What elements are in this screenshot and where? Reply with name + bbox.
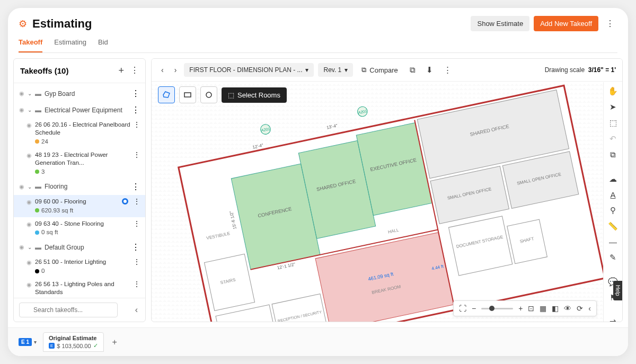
line-icon[interactable]: — [607, 237, 620, 246]
more-icon[interactable]: ⋮ [131, 182, 140, 192]
visibility-icon[interactable]: 👁 [564, 304, 571, 313]
sheet-dropdown[interactable]: FIRST FLOOR - DIMENSION PLAN - ... ▾ [184, 63, 314, 77]
fullscreen-icon[interactable]: ⛶ [459, 304, 466, 313]
takeoff-item[interactable]: ◉26 56 13 - Lighting Poles and Standards… [14, 278, 145, 298]
more-icon[interactable]: ⋮ [603, 15, 617, 32]
estimate-tab[interactable]: Original Estimate E $ 103,500.00 ✓ [43, 332, 104, 352]
chevron-down-icon[interactable]: ⌄ [28, 184, 32, 190]
visibility-icon[interactable]: ◉ [26, 152, 32, 159]
more-icon[interactable]: ⋮ [130, 65, 139, 76]
scale-label: Drawing scale [545, 66, 585, 74]
zoom-in-icon[interactable]: + [518, 304, 523, 313]
color-dot [35, 230, 39, 235]
more-icon[interactable]: ⋮ [131, 242, 140, 252]
takeoff-item[interactable]: ◉ 26 06 20.16 - Electrical Panelboard Sc… [14, 118, 145, 148]
select-rooms-button[interactable]: ⬚ Select Rooms [222, 87, 287, 103]
tree-group[interactable]: ◉ ⌄ ▬ Electrical Power Equipment ⋮ [14, 102, 145, 118]
check-icon: ✓ [93, 342, 98, 349]
search-input[interactable] [19, 303, 118, 317]
visibility-icon[interactable]: ◉ [26, 221, 32, 228]
help-tab[interactable]: Help [613, 281, 622, 300]
chevron-down-icon[interactable]: ⌄ [28, 244, 32, 250]
floorplan-canvas[interactable]: CONFERENCE SHARED OFFICE EXECUTIVE OFFIC… [152, 82, 622, 322]
more-icon[interactable]: ⋮ [134, 151, 140, 158]
item-title: 26 51 00 - Interior Lighting [35, 258, 106, 266]
marquee-icon[interactable]: ⬚ [607, 118, 620, 128]
footer: E 1 ▾ Original Estimate E $ 103,500.00 ✓… [8, 327, 628, 356]
cloud-icon[interactable]: ☁ [607, 174, 620, 184]
zoom-slider[interactable] [481, 308, 513, 309]
visibility-icon[interactable]: ◉ [19, 183, 24, 190]
more-icon[interactable]: ⋮ [134, 198, 140, 205]
visibility-icon[interactable]: ◉ [26, 122, 32, 129]
compare-button[interactable]: ⧉ Compare [357, 64, 402, 76]
compare-icon: ⧉ [361, 66, 366, 74]
visibility-icon[interactable]: ◉ [26, 199, 32, 206]
sidebar-title: Takeoffs (10) [20, 66, 68, 75]
tree-group[interactable]: ◉ ⌄ ▬ Gyp Board ⋮ [14, 85, 145, 102]
polygon-tool-button[interactable] [158, 86, 175, 103]
tree-group[interactable]: ◉ ⌄ ▬ Flooring ⋮ [14, 179, 145, 195]
item-title: 26 06 20.16 - Electrical Panelboard Sche… [35, 121, 134, 137]
more-icon[interactable]: ⋮ [134, 220, 140, 227]
undo-icon[interactable]: ↶ [607, 134, 620, 144]
prev-sheet-icon[interactable]: ‹ [158, 64, 167, 76]
revision-dropdown[interactable]: Rev. 1 ▾ [318, 63, 353, 77]
swap-icon[interactable]: ⇄ [607, 317, 620, 322]
group-label: Electrical Power Equipment [45, 106, 122, 114]
text-icon[interactable]: A [607, 190, 620, 199]
copy-icon[interactable]: ⧉ [607, 150, 620, 159]
add-icon[interactable]: + [118, 65, 124, 76]
add-estimate-button[interactable]: + [110, 335, 119, 349]
takeoff-item[interactable]: ◉26 51 00 - Interior Lighting0⋮ [14, 255, 145, 278]
rectangle-tool-button[interactable] [179, 86, 196, 103]
more-icon[interactable]: ⋮ [134, 121, 140, 128]
circle-tool-button[interactable] [200, 86, 217, 103]
chevron-down-icon: ▾ [344, 66, 348, 74]
show-estimate-button[interactable]: Show Estimate [471, 16, 529, 31]
collapse-right-icon[interactable]: ‹ [588, 304, 591, 313]
visibility-icon[interactable]: ◉ [26, 281, 32, 288]
tab-takeoff[interactable]: Takeoff [19, 38, 42, 52]
zoom-out-icon[interactable]: − [472, 304, 476, 313]
visibility-icon[interactable]: ◉ [26, 259, 32, 266]
add-takeoff-button[interactable]: Add New Takeoff [534, 16, 598, 31]
takeoff-item[interactable]: ◉ 09 63 40 - Stone Flooring 0 sq ft ⋮ [14, 217, 145, 239]
radio-selected-icon[interactable] [122, 198, 128, 205]
item-value: 620.93 sq ft [41, 207, 73, 215]
more-icon[interactable]: ⋮ [134, 258, 140, 265]
takeoff-tree: ◉ ⌄ ▬ Gyp Board ⋮ ◉ ⌄ ▬ Electrical Power… [14, 83, 145, 298]
more-icon[interactable]: ⋮ [134, 280, 140, 288]
takeoff-item[interactable]: ◉ 48 19 23 - Electrical Power Generation… [14, 148, 145, 179]
grid-icon[interactable]: ▦ [540, 304, 546, 313]
pointer-icon[interactable]: ➤ [607, 102, 620, 112]
estimate-mini-badge: E [49, 343, 55, 349]
ruler-icon[interactable]: 📏 [607, 221, 620, 231]
more-icon[interactable]: ⋮ [131, 88, 140, 99]
open-external-icon[interactable]: ⧉ [407, 63, 419, 77]
estimate-badge[interactable]: E 1 [19, 338, 32, 346]
collapse-sidebar-icon[interactable]: ‹ [133, 303, 140, 317]
tree-group[interactable]: ◉ ⌄ ▬ Default Group ⋮ [14, 239, 145, 255]
tab-bid[interactable]: Bid [98, 38, 108, 52]
visibility-icon[interactable]: ◉ [19, 90, 24, 97]
chevron-down-icon[interactable]: ▾ [34, 339, 37, 345]
download-icon[interactable]: ⬇ [423, 63, 436, 77]
refresh-icon[interactable]: ⟳ [577, 304, 583, 313]
more-icon[interactable]: ⋮ [440, 63, 455, 77]
next-sheet-icon[interactable]: › [171, 64, 180, 76]
visibility-icon[interactable]: ◉ [19, 244, 24, 251]
chevron-down-icon[interactable]: ⌄ [28, 91, 32, 96]
tab-estimating[interactable]: Estimating [54, 38, 86, 52]
crop-icon[interactable]: ◧ [552, 304, 559, 313]
stamp-icon[interactable]: ⚲ [607, 206, 620, 215]
folder-icon: ▬ [35, 183, 41, 190]
chevron-down-icon[interactable]: ⌄ [28, 107, 32, 113]
pencil-icon[interactable]: ✎ [607, 253, 620, 262]
visibility-icon[interactable]: ◉ [19, 106, 24, 113]
fit-icon[interactable]: ⊡ [528, 304, 534, 313]
more-icon[interactable]: ⋮ [131, 105, 140, 115]
takeoff-item-selected[interactable]: ◉ 09 60 00 - Flooring 620.93 sq ft ⋮ [14, 195, 145, 217]
item-title: 09 60 00 - Flooring [35, 198, 86, 206]
pan-icon[interactable]: ✋ [607, 86, 620, 96]
